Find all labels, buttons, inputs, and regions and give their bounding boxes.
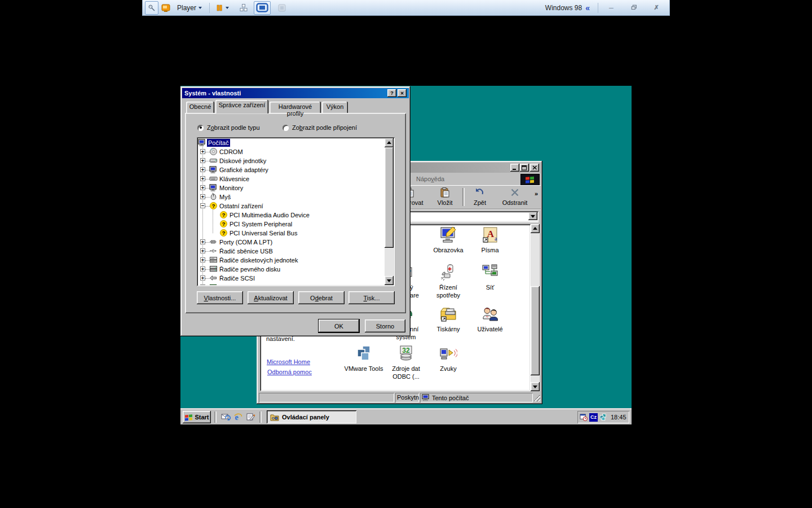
minimize-button[interactable]: ─ bbox=[602, 1, 621, 15]
scroll-up-button[interactable] bbox=[385, 138, 394, 147]
tab-device-manager[interactable]: Správce zařízení bbox=[215, 100, 268, 113]
tree-item[interactable]: +Monitory bbox=[198, 183, 384, 192]
tree-item[interactable]: +Síťové adaptéry bbox=[198, 283, 384, 285]
radio-by-type[interactable]: Zobrazit podle typu bbox=[197, 124, 260, 132]
radio-by-connection[interactable]: Zobrazit podle připojení bbox=[283, 124, 357, 132]
svg-text:?: ? bbox=[222, 221, 226, 227]
tree-scrollbar[interactable] bbox=[385, 138, 394, 285]
pin-button[interactable] bbox=[145, 1, 158, 15]
expand-box[interactable]: + bbox=[200, 275, 205, 281]
tree-item[interactable]: Počítač bbox=[198, 138, 384, 147]
expand-box[interactable]: + bbox=[200, 185, 205, 190]
scrollbar-thumb[interactable] bbox=[385, 147, 394, 248]
tree-item[interactable]: +Řadič sběnice USB bbox=[198, 247, 384, 256]
expand-box[interactable]: + bbox=[200, 176, 205, 181]
tree-item[interactable]: ?PCI Universal Serial Bus bbox=[198, 229, 384, 238]
undo-toolbar-button[interactable]: Zpět bbox=[466, 187, 494, 208]
link-microsoft-home[interactable]: Microsoft Home bbox=[267, 358, 310, 365]
tree-item[interactable]: +Klávesnice bbox=[198, 174, 384, 183]
tree-item[interactable]: +Grafické adaptéry bbox=[198, 165, 384, 174]
expand-box[interactable]: + bbox=[200, 149, 205, 154]
outlook-express-icon[interactable] bbox=[221, 412, 231, 422]
refresh-button[interactable]: Aktualizovat bbox=[248, 291, 294, 304]
remove-button[interactable]: Odebrat bbox=[298, 291, 345, 304]
window-maximize-button[interactable] bbox=[520, 164, 529, 172]
cpl-item-odbc[interactable]: 32Zdroje dat ODBC (... bbox=[385, 344, 427, 380]
tree-item[interactable]: +Diskové jednotky bbox=[198, 156, 384, 165]
resize-grip[interactable] bbox=[533, 395, 540, 401]
tree-item-label: Myš bbox=[218, 193, 232, 201]
dialog-close-button[interactable]: ✕ bbox=[398, 89, 407, 97]
tab-item-2[interactable]: Hardwarové profily bbox=[270, 102, 321, 113]
expand-box[interactable]: + bbox=[200, 239, 205, 244]
clock[interactable]: 18:45 bbox=[611, 414, 626, 421]
link-support[interactable]: Odborná pomoc bbox=[267, 369, 312, 375]
tree-item[interactable]: +Řadiče pevného disku bbox=[198, 265, 384, 274]
send-keys-button[interactable] bbox=[237, 1, 250, 15]
restore-button[interactable] bbox=[624, 1, 643, 15]
window-minimize-button[interactable] bbox=[510, 164, 519, 172]
show-desktop-icon[interactable] bbox=[246, 412, 255, 422]
cpl-item-pisma[interactable]: AaPísma bbox=[469, 226, 511, 254]
expand-box[interactable]: + bbox=[200, 284, 205, 285]
collapse-toolbar-chevron[interactable]: « bbox=[585, 3, 590, 12]
tree-item[interactable]: −?Ostatní zařízení bbox=[198, 202, 384, 211]
tree-item[interactable]: ?PCI System Peripheral bbox=[198, 220, 384, 229]
cpl-item-uzivatele[interactable]: Uživatelé bbox=[469, 305, 511, 333]
fullscreen-button[interactable] bbox=[254, 1, 271, 15]
scroll-up-button[interactable] bbox=[531, 224, 540, 233]
cpl-item-zvuky[interactable]: Zvuky bbox=[427, 344, 469, 373]
vmware-tray-icon[interactable] bbox=[599, 413, 607, 422]
tree-item[interactable]: +Řadiče SCSI bbox=[198, 274, 384, 283]
cpl-item-tiskarny[interactable]: Tiskárny bbox=[427, 305, 469, 333]
suspend-button[interactable] bbox=[213, 1, 231, 15]
cancel-button[interactable]: Storno bbox=[365, 319, 405, 332]
cpl-item-label: Tiskárny bbox=[427, 325, 469, 333]
help-button[interactable]: ? bbox=[387, 89, 396, 97]
tree-item-label: Grafické adaptéry bbox=[218, 166, 270, 174]
close-button[interactable]: ✗ bbox=[647, 1, 666, 15]
dialog-titlebar[interactable]: Systém - vlastnosti ? ✕ bbox=[182, 88, 409, 98]
cpl-item-rizeni[interactable]: Řízení spotřeby bbox=[427, 263, 469, 299]
internet-explorer-icon[interactable]: e bbox=[233, 412, 243, 422]
scrollbar-thumb[interactable] bbox=[531, 286, 540, 375]
tree-item[interactable]: +Myš bbox=[198, 192, 384, 202]
cpl-item-sit[interactable]: Síť bbox=[469, 263, 511, 291]
more-buttons-chevron[interactable]: » bbox=[535, 190, 538, 197]
expand-box[interactable]: + bbox=[200, 167, 205, 172]
window-close-button[interactable] bbox=[530, 164, 539, 172]
menu-help[interactable]: Nápověda bbox=[416, 176, 444, 182]
task-scheduler-icon[interactable] bbox=[580, 413, 588, 422]
scroll-down-button[interactable] bbox=[385, 276, 394, 285]
collapse-box[interactable]: − bbox=[200, 203, 205, 208]
paste-toolbar-button[interactable]: Vložit bbox=[431, 187, 459, 208]
tree-item[interactable]: +Řadiče disketových jednotek bbox=[198, 256, 384, 265]
tree-item-label: CDROM bbox=[218, 148, 244, 156]
cpl-item-obrazovka[interactable]: Obrazovka bbox=[427, 226, 469, 254]
delete-toolbar-button[interactable]: Odstranit bbox=[497, 187, 532, 208]
info-button[interactable] bbox=[275, 1, 289, 15]
tree-item[interactable]: ?PCI Multimedia Audio Device bbox=[198, 211, 384, 220]
expand-box[interactable]: + bbox=[200, 248, 205, 253]
tree-item[interactable]: +Porty (COM A LPT) bbox=[198, 238, 384, 247]
player-menu[interactable]: Player bbox=[173, 1, 206, 15]
expand-box[interactable]: + bbox=[200, 194, 205, 199]
expand-box[interactable]: + bbox=[200, 257, 205, 262]
ok-button[interactable]: OK bbox=[319, 319, 359, 332]
start-button[interactable]: Start bbox=[183, 411, 211, 423]
task-button-control-panel[interactable]: Ovládací panely bbox=[267, 410, 356, 423]
address-dropdown-button[interactable] bbox=[528, 212, 537, 220]
keyboard-layout-indicator[interactable]: Cz bbox=[589, 413, 598, 422]
tab-item-3[interactable]: Výkon bbox=[322, 102, 348, 113]
properties-button[interactable]: Vlastnosti... bbox=[197, 291, 243, 304]
vmware-app-button[interactable] bbox=[158, 1, 173, 15]
port-icon bbox=[209, 238, 218, 246]
expand-box[interactable]: + bbox=[200, 266, 205, 271]
vertical-scrollbar[interactable] bbox=[531, 224, 540, 391]
tree-item[interactable]: +CDROM bbox=[198, 147, 384, 156]
tab-item-0[interactable]: Obecné bbox=[186, 102, 214, 113]
scroll-down-button[interactable] bbox=[531, 382, 540, 391]
expand-box[interactable]: + bbox=[200, 158, 205, 163]
cpl-item-vmtools[interactable]: VMware Tools bbox=[343, 344, 385, 373]
print-button[interactable]: Tisk... bbox=[348, 291, 395, 304]
